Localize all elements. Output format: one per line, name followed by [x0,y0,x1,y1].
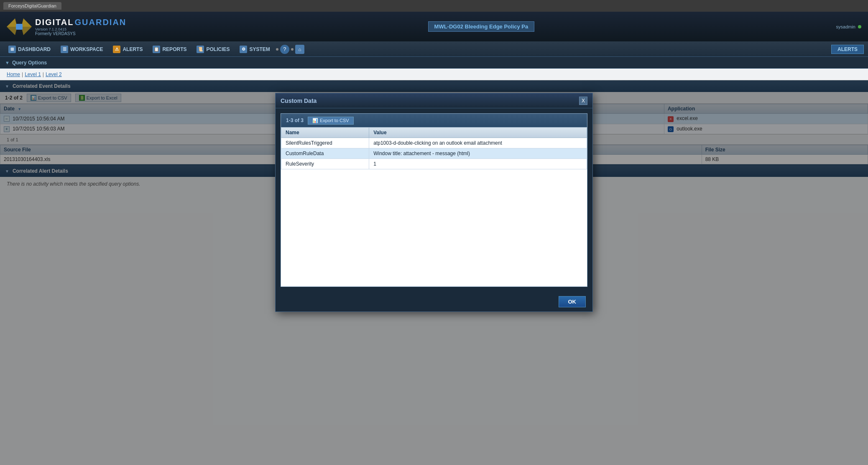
nav-dot-2 [291,48,294,51]
dialog-cell-value-2: Window title: attachement - message (htm… [369,148,587,159]
nav-item-dashboard[interactable]: ⊞ DASHBOARD [4,44,55,55]
logo-formerly: Formerly VERDASYS [35,31,126,36]
user-status-icon [858,25,861,28]
svg-marker-0 [7,18,17,27]
browser-tab[interactable]: ForceysDigitalGuardian [3,2,61,10]
dialog-empty-space [281,169,587,286]
nav-separator-dot [276,48,278,51]
nav-item-workspace[interactable]: ☰ WORKSPACE [56,44,107,55]
query-options-label: Query Options [12,60,47,66]
dialog-title: Custom Data [281,97,579,104]
policies-icon: 📜 [197,46,204,53]
nav-item-alerts[interactable]: ⚠ ALERTS [109,44,147,55]
alerts-button[interactable]: ALERTS [831,45,864,54]
dialog-titlebar: Custom Data X [276,93,592,108]
dialog-export-csv-button[interactable]: 📊 Export to CSV [308,117,354,125]
logo-guardian: GUARDIAN [75,18,127,27]
alerts-icon: ⚠ [113,46,120,53]
breadcrumb-level1[interactable]: Level 1 [25,72,41,77]
dialog-col-name[interactable]: Name [281,128,369,138]
breadcrumb-level2[interactable]: Level 2 [46,72,62,77]
dialog-csv-icon: 📊 [312,118,318,123]
dialog-col-value[interactable]: Value [369,128,587,138]
dialog-cell-name-3: RuleSeverity [281,159,369,169]
home-icon[interactable]: ⌂ [295,45,304,54]
main-content: ▼ Correlated Event Details 1-2 of 2 📊 Ex… [0,80,868,465]
breadcrumb: Home | Level 1 | Level 2 [0,69,868,80]
dialog-close-button[interactable]: X [579,97,587,105]
svg-marker-2 [21,18,32,27]
workspace-icon: ☰ [61,46,68,53]
dialog-record-count: 1-3 of 3 [286,118,304,123]
svg-marker-1 [7,27,17,35]
dialog-cell-value-1: atp1003-d-double-clicking on an outlook … [369,138,587,148]
dialog-table-row[interactable]: CustomRuleData Window title: attachement… [281,148,587,159]
logo-area: DIGITAL GUARDIAN Version 7.1.2.0415 Form… [7,16,126,37]
custom-data-dialog: Custom Data X 1-3 of 3 📊 Export to CSV [275,93,593,312]
dialog-ok-button[interactable]: OK [559,296,586,307]
nav-item-system[interactable]: ⚙ SYSTEM [235,44,274,55]
dialog-table: Name Value SilentRulesTriggered atp1003-… [281,127,587,169]
breadcrumb-sep-1: | [22,72,23,77]
svg-rect-4 [16,24,23,30]
logo-version: Version 7.1.2.0415 [35,27,126,31]
dialog-cell-value-3: 1 [369,159,587,169]
help-icon[interactable]: ? [280,45,289,54]
policy-badge: MWL-DG02 Bleeding Edge Policy Pa [428,21,535,32]
header-center: MWL-DG02 Bleeding Edge Policy Pa [126,21,836,32]
logo-text-area: DIGITAL GUARDIAN Version 7.1.2.0415 Form… [35,18,126,36]
nav-item-reports[interactable]: 📋 REPORTS [148,44,191,55]
dialog-cell-name-1: SilentRulesTriggered [281,138,369,148]
dialog-footer: OK [276,292,592,312]
reports-icon: 📋 [153,46,160,53]
dialog-body: 1-3 of 3 📊 Export to CSV Name Value [281,113,587,287]
browser-bar: ForceysDigitalGuardian [0,0,868,12]
breadcrumb-home[interactable]: Home [7,72,20,77]
modal-overlay: Custom Data X 1-3 of 3 📊 Export to CSV [0,80,868,465]
system-icon: ⚙ [240,46,247,53]
query-options-bar: ▼ Query Options [0,57,868,69]
dialog-table-row[interactable]: SilentRulesTriggered atp1003-d-double-cl… [281,138,587,148]
nav-item-policies[interactable]: 📜 POLICIES [192,44,234,55]
dashboard-icon: ⊞ [8,46,16,53]
nav-bar: ⊞ DASHBOARD ☰ WORKSPACE ⚠ ALERTS 📋 REPOR… [0,42,868,57]
header-right: sysadmin [836,24,861,29]
dialog-table-row[interactable]: RuleSeverity 1 [281,159,587,169]
dialog-cell-name-2: CustomRuleData [281,148,369,159]
svg-marker-3 [21,27,32,35]
app-header: DIGITAL GUARDIAN Version 7.1.2.0415 Form… [0,12,868,42]
logo-digital: DIGITAL [35,18,74,27]
dialog-toolbar: 1-3 of 3 📊 Export to CSV [281,114,587,127]
nav-right: ALERTS [831,45,864,54]
breadcrumb-sep-2: | [43,72,44,77]
logo-wings-icon [7,16,32,37]
username: sysadmin [836,24,855,29]
query-options-collapse-icon[interactable]: ▼ [5,60,10,65]
